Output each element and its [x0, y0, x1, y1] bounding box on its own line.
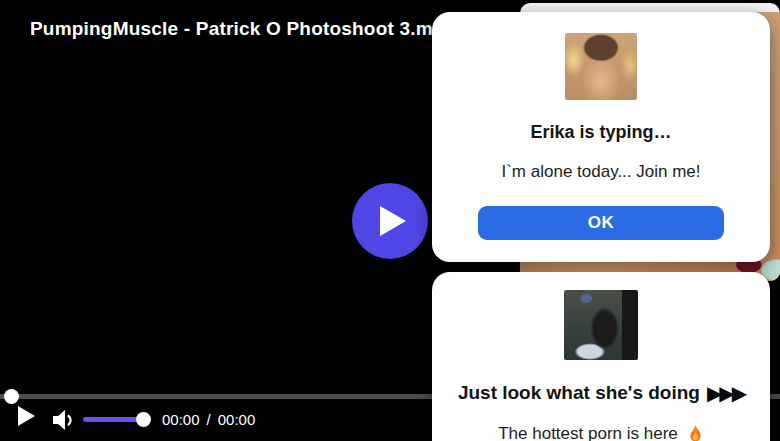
webcam-couple-photo[interactable]: [564, 290, 638, 360]
triple-play-arrows-icon: ▶▶▶: [707, 380, 744, 406]
volume-icon[interactable]: [52, 408, 74, 436]
seek-handle[interactable]: [4, 389, 19, 404]
ok-button[interactable]: OK: [478, 206, 724, 240]
video-title: PumpingMuscle - Patrick O Photoshoot 3.m: [30, 18, 433, 40]
duration: 00:00: [218, 411, 256, 428]
chat-popup-title: Erika is typing…: [530, 120, 671, 144]
teaser-title-text: Just look what she's doing: [458, 380, 700, 406]
teaser-popup-title: Just look what she's doing ▶▶▶: [458, 380, 744, 406]
teaser-popup-message: The hottest porn is here: [498, 423, 704, 441]
teaser-message-text: The hottest porn is here: [498, 423, 678, 441]
chat-popup: Erika is typing… I`m alone today... Join…: [432, 12, 770, 262]
time-display: 00:00 / 00:00: [162, 411, 255, 428]
volume-handle[interactable]: [136, 412, 151, 427]
current-time: 00:00: [162, 411, 200, 428]
video-player-page: PumpingMuscle - Patrick O Photoshoot 3.m…: [0, 0, 780, 441]
webcam-model-photo[interactable]: [565, 33, 637, 100]
teaser-popup: Just look what she's doing ▶▶▶ The hotte…: [432, 272, 770, 441]
play-button[interactable]: [18, 406, 35, 426]
volume-slider[interactable]: [83, 417, 144, 422]
chat-popup-message: I`m alone today... Join me!: [501, 161, 700, 182]
play-icon: [380, 206, 406, 236]
time-separator: /: [207, 411, 211, 428]
fire-icon: [687, 423, 704, 441]
big-play-button[interactable]: [352, 183, 428, 259]
